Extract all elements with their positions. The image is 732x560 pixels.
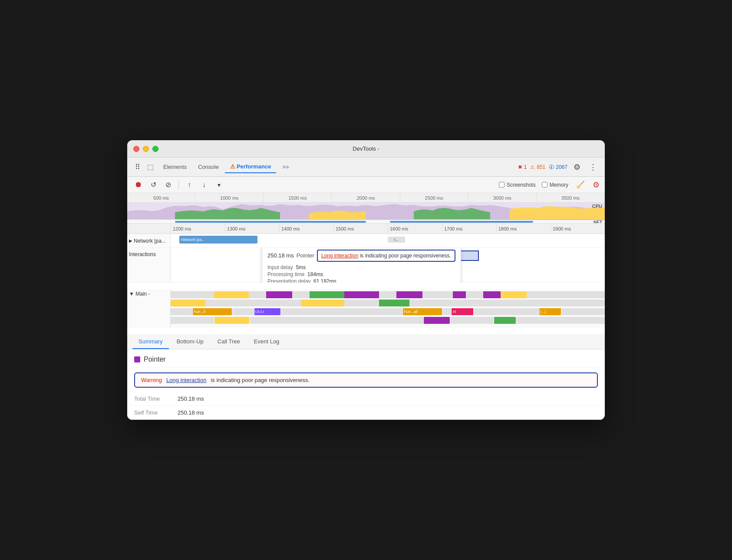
track-area: ▶ Network |pa... Network |pa... t... Int…	[127, 234, 605, 335]
tick-1300: 1300 ms	[225, 224, 279, 234]
tick-1600: 1600 ms	[388, 224, 442, 234]
self-time-value: 250.18 ms	[178, 409, 204, 416]
screenshots-checkbox[interactable]	[499, 182, 504, 188]
tooltip-interaction-name: Pointer	[297, 252, 314, 259]
flame-block-funall[interactable]: Fun...all	[403, 308, 442, 315]
warning-badge[interactable]: ⚠ 851	[530, 164, 545, 170]
dropdown-button[interactable]: ▾	[213, 179, 225, 191]
pointer-color-swatch	[134, 356, 140, 362]
red-settings-icon[interactable]: ⚙	[593, 180, 600, 190]
tab-more[interactable]: >>	[277, 161, 294, 173]
flame-row-labeled: Fun...ll t.b.t.r Fun...all Xt (...)	[171, 308, 605, 315]
input-delay-label: Input delay	[267, 264, 293, 270]
memory-checkbox[interactable]	[542, 182, 547, 188]
time-tick-500: 500 ms	[127, 193, 195, 202]
error-badge[interactable]: ✖ 1	[518, 164, 527, 170]
time-tick-2000: 2000 ms	[332, 193, 400, 202]
tooltip-warning-suffix: is indicating poor page responsiveness.	[360, 253, 451, 259]
settings-button[interactable]: ⚙	[571, 161, 583, 174]
main-track-content: Fun...ll t.b.t.r Fun...all Xt (...)	[171, 289, 605, 328]
screenshots-checkbox-label[interactable]: Screenshots	[499, 182, 536, 188]
processing-time-value: 184ms	[307, 271, 323, 277]
warn-icon: ⚠	[530, 164, 535, 170]
input-delay-value: 5ms	[296, 264, 306, 270]
flame-row-2	[171, 300, 605, 306]
summary-panel: Pointer Warning Long interaction is indi…	[127, 349, 605, 420]
flame-block-xt[interactable]: Xt	[452, 308, 473, 315]
info-icon: 🛈	[549, 164, 554, 170]
toolbar-right: ✖ 1 ⚠ 851 🛈 2067 ⚙ ⋮	[518, 161, 600, 174]
bottom-tabs: Summary Bottom-Up Call Tree Event Log	[127, 335, 605, 349]
more-menu-button[interactable]: ⋮	[587, 161, 600, 174]
inspect-icon[interactable]: ⬚	[145, 161, 156, 173]
main-toolbar: ⠿ ⬚ Elements Console ⚠Performance >> ✖ 1…	[127, 158, 605, 177]
tab-event-log[interactable]: Event Log	[248, 335, 286, 349]
time-tick-1000: 1000 ms	[195, 193, 264, 202]
interactions-track-label: Interactions	[127, 248, 171, 282]
tab-summary[interactable]: Summary	[132, 335, 169, 349]
upload-button[interactable]: ↑	[183, 179, 195, 191]
t-chip[interactable]: t...	[388, 237, 405, 243]
tab-performance[interactable]: ⚠Performance	[225, 161, 276, 173]
window-title: DevTools -	[353, 145, 379, 152]
flame-row-4	[171, 317, 605, 324]
cursor-icon[interactable]: ⠿	[132, 161, 143, 173]
warning-icon: ⚠	[230, 163, 235, 170]
minimize-button[interactable]	[143, 146, 149, 152]
network-request-chip[interactable]: Network |pa...	[179, 236, 257, 244]
flame-block-funll[interactable]: Fun...ll	[193, 308, 232, 315]
summary-pointer-header: Pointer	[127, 349, 605, 368]
interactions-track-row: Interactions Pointer	[127, 248, 605, 283]
main-track-label: ▼ Main -	[127, 289, 171, 328]
flame-chart: Fun...ll t.b.t.r Fun...all Xt (...)	[171, 289, 605, 328]
error-icon: ✖	[518, 164, 522, 170]
time-ruler-overview: 500 ms 1000 ms 1500 ms 2000 ms 2500 ms 3…	[127, 193, 605, 203]
secondary-toolbar: ⏺ ↺ ⊘ ↑ ↓ ▾ Screenshots Memory 🧹 ⚙	[127, 177, 605, 193]
tick-1400: 1400 ms	[279, 224, 333, 234]
tooltip-presentation-delay: Presentation delay 61.182ms	[267, 278, 455, 283]
close-button[interactable]	[133, 146, 139, 152]
tick-1200: 1200 ms	[171, 224, 225, 234]
tooltip-input-delay: Input delay 5ms	[267, 264, 455, 270]
summary-warning-text: is indicating poor page responsiveness.	[211, 377, 310, 383]
broom-icon[interactable]: 🧹	[574, 179, 587, 191]
summary-warning-row: Warning Long interaction is indicating p…	[134, 372, 598, 388]
tab-console[interactable]: Console	[193, 161, 224, 173]
memory-checkbox-label[interactable]: Memory	[542, 182, 568, 188]
time-tick-3000: 3000 ms	[468, 193, 537, 202]
tooltip-long-interaction-link[interactable]: Long interaction	[321, 253, 358, 259]
tick-1500: 1500 ms	[333, 224, 388, 234]
presentation-delay-value: 61.182ms	[313, 278, 336, 283]
devtools-window: DevTools - ⠿ ⬚ Elements Console ⚠Perform…	[127, 140, 605, 420]
reload-button[interactable]: ↺	[147, 179, 159, 191]
cpu-svg	[127, 203, 605, 220]
tooltip-processing-time: Processing time 184ms	[267, 271, 455, 277]
main-track-row: ▼ Main -	[127, 283, 605, 335]
timeline-overview: 500 ms 1000 ms 1500 ms 2000 ms 2500 ms 3…	[127, 193, 605, 224]
download-button[interactable]: ↓	[198, 179, 210, 191]
record-button[interactable]: ⏺	[132, 179, 145, 191]
network-track-label: ▶ Network |pa...	[127, 234, 171, 247]
time-tick-2500: 2500 ms	[400, 193, 468, 202]
self-time-row: Self Time 250.18 ms	[127, 406, 605, 420]
tick-1900: 1900 ms	[551, 224, 605, 234]
clear-button[interactable]: ⊘	[162, 179, 174, 191]
summary-warning-link[interactable]: Long interaction	[166, 377, 207, 383]
traffic-lights	[133, 146, 158, 152]
interactions-track-content: Pointer 250.18 ms Pointer Long interacti…	[171, 248, 605, 283]
main-content: 1200 ms 1300 ms 1400 ms 1500 ms 1600 ms …	[127, 224, 605, 420]
interactions-label-text: Interactions	[129, 251, 156, 257]
checkbox-group: Screenshots Memory 🧹 ⚙	[499, 179, 600, 191]
flame-block-paren[interactable]: (...)	[539, 308, 561, 315]
time-tick-3500: 3500 ms	[537, 193, 605, 202]
flame-block-tbtr[interactable]: t.b.t.r	[254, 308, 280, 315]
tab-elements[interactable]: Elements	[158, 161, 192, 173]
info-badge[interactable]: 🛈 2067	[549, 164, 567, 170]
tab-bottom-up[interactable]: Bottom-Up	[171, 335, 210, 349]
self-time-label: Self Time	[134, 409, 178, 416]
cpu-label: CPU	[592, 204, 602, 209]
maximize-button[interactable]	[152, 146, 158, 152]
tooltip-time: 250.18 ms	[267, 252, 294, 259]
tab-call-tree[interactable]: Call Tree	[211, 335, 246, 349]
total-time-row: Total Time 250.18 ms	[127, 392, 605, 406]
